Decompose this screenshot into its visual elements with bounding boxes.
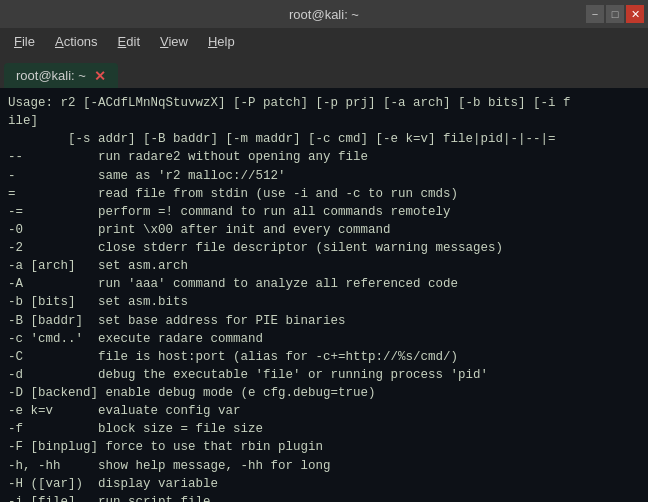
terminal-line: -b [bits] set asm.bits [8, 293, 640, 311]
terminal-line: -C file is host:port (alias for -c+=http… [8, 348, 640, 366]
terminal-line: -d debug the executable 'file' or runnin… [8, 366, 640, 384]
terminal-line: -f block size = file size [8, 420, 640, 438]
terminal-line: -e k=v evaluate config var [8, 402, 640, 420]
terminal-line: -A run 'aaa' command to analyze all refe… [8, 275, 640, 293]
terminal-line: -0 print \x00 after init and every comma… [8, 221, 640, 239]
terminal-line: -- run radare2 without opening any file [8, 148, 640, 166]
terminal-line: Usage: r2 [-ACdfLMnNqStuvwzX] [-P patch]… [8, 94, 640, 112]
tab-label: root@kali: ~ [16, 68, 86, 83]
minimize-button[interactable]: − [586, 5, 604, 23]
terminal-line: -h, -hh show help message, -hh for long [8, 457, 640, 475]
menu-actions[interactable]: Actions [47, 32, 106, 51]
terminal-line: -B [baddr] set base address for PIE bina… [8, 312, 640, 330]
menu-file[interactable]: File [6, 32, 43, 51]
menu-bar: File Actions Edit View Help [0, 28, 648, 54]
terminal-tab[interactable]: root@kali: ~ ✕ [4, 63, 118, 88]
window-controls: − □ ✕ [586, 5, 644, 23]
terminal-line: ile] [8, 112, 640, 130]
terminal-line: -2 close stderr file descriptor (silent … [8, 239, 640, 257]
menu-view[interactable]: View [152, 32, 196, 51]
terminal-line: -i [file] run script file [8, 493, 640, 502]
title-bar: root@kali: ~ − □ ✕ [0, 0, 648, 28]
terminal-line: = read file from stdin (use -i and -c to… [8, 185, 640, 203]
terminal-line: -H ([var]) display variable [8, 475, 640, 493]
terminal-line: -F [binplug] force to use that rbin plug… [8, 438, 640, 456]
close-button[interactable]: ✕ [626, 5, 644, 23]
tab-close-icon[interactable]: ✕ [94, 69, 106, 83]
menu-edit[interactable]: Edit [110, 32, 148, 51]
terminal-line: -= perform =! command to run all command… [8, 203, 640, 221]
terminal-line: -c 'cmd..' execute radare command [8, 330, 640, 348]
window-title: root@kali: ~ [289, 7, 359, 22]
menu-help[interactable]: Help [200, 32, 243, 51]
terminal-line: -a [arch] set asm.arch [8, 257, 640, 275]
terminal-line: [-s addr] [-B baddr] [-m maddr] [-c cmd]… [8, 130, 640, 148]
terminal-line: - same as 'r2 malloc://512' [8, 167, 640, 185]
terminal-output: Usage: r2 [-ACdfLMnNqStuvwzX] [-P patch]… [0, 88, 648, 502]
tab-bar: root@kali: ~ ✕ [0, 54, 648, 88]
maximize-button[interactable]: □ [606, 5, 624, 23]
terminal-line: -D [backend] enable debug mode (e cfg.de… [8, 384, 640, 402]
